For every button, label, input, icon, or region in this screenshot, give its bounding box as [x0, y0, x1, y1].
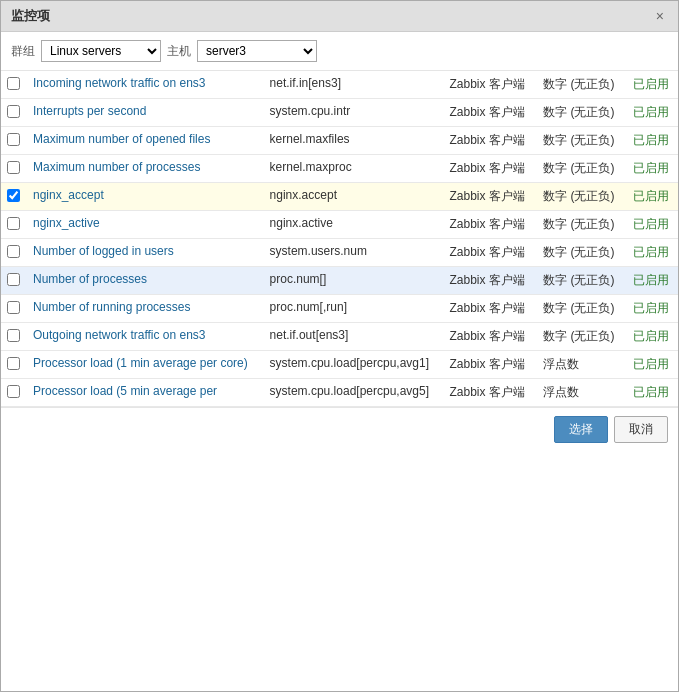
row-checkbox[interactable] [7, 77, 20, 90]
item-name[interactable]: Processor load (1 min average per core) [25, 351, 262, 379]
row-checkbox[interactable] [7, 217, 20, 230]
select-button[interactable]: 选择 [554, 416, 608, 443]
item-name[interactable]: Number of running processes [25, 295, 262, 323]
table-row: nginx_activenginx.activeZabbix 客户端数字 (无正… [1, 211, 678, 239]
table-row: Outgoing network traffic on ens3net.if.o… [1, 323, 678, 351]
row-checkbox[interactable] [7, 385, 20, 398]
row-checkbox-cell [1, 239, 25, 267]
item-name[interactable]: Processor load (5 min average per [25, 379, 262, 407]
row-checkbox[interactable] [7, 301, 20, 314]
row-checkbox-cell [1, 183, 25, 211]
item-key: kernel.maxfiles [262, 127, 442, 155]
item-name[interactable]: Maximum number of processes [25, 155, 262, 183]
table-row: Maximum number of opened fileskernel.max… [1, 127, 678, 155]
item-name[interactable]: Maximum number of opened files [25, 127, 262, 155]
item-datatype: 数字 (无正负) [535, 183, 625, 211]
row-checkbox-cell [1, 379, 25, 407]
row-checkbox-cell [1, 155, 25, 183]
table-row: Number of logged in userssystem.users.nu… [1, 239, 678, 267]
item-type: Zabbix 客户端 [441, 211, 535, 239]
item-type: Zabbix 客户端 [441, 239, 535, 267]
item-name[interactable]: nginx_accept [25, 183, 262, 211]
table-row: Incoming network traffic on ens3net.if.i… [1, 71, 678, 99]
item-datatype: 数字 (无正负) [535, 267, 625, 295]
item-status: 已启用 [625, 351, 678, 379]
item-status: 已启用 [625, 239, 678, 267]
item-datatype: 数字 (无正负) [535, 323, 625, 351]
item-key: proc.num[] [262, 267, 442, 295]
row-checkbox-cell [1, 71, 25, 99]
item-status: 已启用 [625, 323, 678, 351]
item-key: nginx.accept [262, 183, 442, 211]
footer-bar: 选择 取消 [1, 408, 678, 451]
dialog-title: 监控项 [11, 7, 50, 25]
item-status: 已启用 [625, 183, 678, 211]
item-type: Zabbix 客户端 [441, 99, 535, 127]
item-type: Zabbix 客户端 [441, 155, 535, 183]
row-checkbox[interactable] [7, 105, 20, 118]
item-key: system.cpu.load[percpu,avg5] [262, 379, 442, 407]
table-row: Processor load (1 min average per core)s… [1, 351, 678, 379]
row-checkbox-cell [1, 127, 25, 155]
item-key: net.if.in[ens3] [262, 71, 442, 99]
row-checkbox-cell [1, 295, 25, 323]
item-datatype: 数字 (无正负) [535, 71, 625, 99]
title-bar: 监控项 × [1, 1, 678, 32]
close-button[interactable]: × [652, 8, 668, 24]
item-status: 已启用 [625, 155, 678, 183]
item-name[interactable]: Interrupts per second [25, 99, 262, 127]
item-type: Zabbix 客户端 [441, 71, 535, 99]
item-type: Zabbix 客户端 [441, 127, 535, 155]
row-checkbox[interactable] [7, 161, 20, 174]
row-checkbox-cell [1, 323, 25, 351]
item-name[interactable]: Incoming network traffic on ens3 [25, 71, 262, 99]
monitor-dialog: 监控项 × 群组 Linux servers All 主机 server3 Al… [0, 0, 679, 692]
item-type: Zabbix 客户端 [441, 323, 535, 351]
item-status: 已启用 [625, 71, 678, 99]
host-select[interactable]: server3 All [197, 40, 317, 62]
item-datatype: 浮点数 [535, 379, 625, 407]
cancel-button[interactable]: 取消 [614, 416, 668, 443]
row-checkbox-cell [1, 99, 25, 127]
item-status: 已启用 [625, 295, 678, 323]
row-checkbox[interactable] [7, 133, 20, 146]
item-status: 已启用 [625, 267, 678, 295]
item-name[interactable]: Number of processes [25, 267, 262, 295]
item-type: Zabbix 客户端 [441, 183, 535, 211]
item-datatype: 数字 (无正负) [535, 155, 625, 183]
item-type: Zabbix 客户端 [441, 351, 535, 379]
table-row: Number of processesproc.num[]Zabbix 客户端数… [1, 267, 678, 295]
item-name[interactable]: Outgoing network traffic on ens3 [25, 323, 262, 351]
item-key: nginx.active [262, 211, 442, 239]
item-status: 已启用 [625, 127, 678, 155]
items-table: Incoming network traffic on ens3net.if.i… [1, 71, 678, 407]
item-status: 已启用 [625, 99, 678, 127]
row-checkbox-cell [1, 211, 25, 239]
item-key: system.cpu.load[percpu,avg1] [262, 351, 442, 379]
row-checkbox-cell [1, 351, 25, 379]
item-datatype: 数字 (无正负) [535, 211, 625, 239]
item-name[interactable]: Number of logged in users [25, 239, 262, 267]
item-datatype: 数字 (无正负) [535, 295, 625, 323]
group-label: 群组 [11, 43, 35, 60]
row-checkbox[interactable] [7, 357, 20, 370]
table-row: Interrupts per secondsystem.cpu.intrZabb… [1, 99, 678, 127]
item-type: Zabbix 客户端 [441, 379, 535, 407]
item-datatype: 数字 (无正负) [535, 99, 625, 127]
filter-bar: 群组 Linux servers All 主机 server3 All [1, 32, 678, 71]
host-label: 主机 [167, 43, 191, 60]
table-container: Incoming network traffic on ens3net.if.i… [1, 71, 678, 408]
item-datatype: 浮点数 [535, 351, 625, 379]
row-checkbox-cell [1, 267, 25, 295]
row-checkbox[interactable] [7, 329, 20, 342]
group-select[interactable]: Linux servers All [41, 40, 161, 62]
item-key: system.users.num [262, 239, 442, 267]
item-type: Zabbix 客户端 [441, 295, 535, 323]
item-name[interactable]: nginx_active [25, 211, 262, 239]
item-status: 已启用 [625, 211, 678, 239]
row-checkbox[interactable] [7, 245, 20, 258]
item-datatype: 数字 (无正负) [535, 127, 625, 155]
row-checkbox[interactable] [7, 189, 20, 202]
item-key: net.if.out[ens3] [262, 323, 442, 351]
row-checkbox[interactable] [7, 273, 20, 286]
